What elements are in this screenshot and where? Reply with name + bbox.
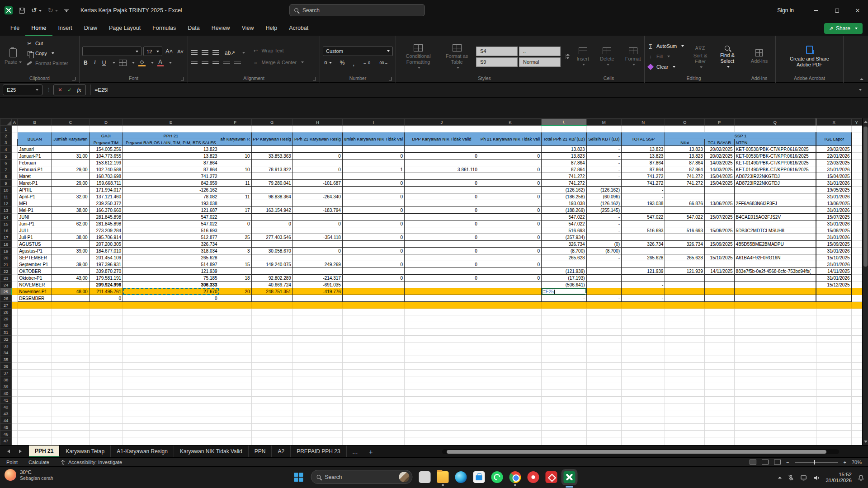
cell-L13[interactable]: (188.269) (542, 207, 586, 214)
redo-button[interactable]: ↻ (48, 6, 58, 14)
cell-Q37[interactable] (734, 370, 816, 376)
cell-B9[interactable]: Maret-P1 (18, 180, 52, 187)
cell-B15[interactable]: Juni-P1 (18, 221, 52, 227)
cell-F24[interactable] (219, 282, 251, 288)
cell-J32[interactable] (405, 336, 479, 343)
cell-H13[interactable]: -183.794 (292, 207, 342, 214)
cell-N30[interactable] (622, 322, 665, 329)
cell-L5[interactable]: 13.823 (542, 153, 586, 160)
cell-K30[interactable] (479, 322, 541, 329)
cell-P10[interactable] (704, 187, 734, 193)
cell-H31[interactable] (292, 329, 342, 336)
cell-A45[interactable] (11, 424, 17, 431)
cell-C11[interactable]: 32,00 (52, 193, 90, 200)
cell-A41[interactable] (11, 397, 17, 404)
col-header-G[interactable]: G (251, 119, 292, 126)
cell-Q35[interactable] (734, 356, 816, 363)
cell-F27[interactable] (219, 302, 251, 309)
style-item-item-1[interactable]: .. (519, 47, 561, 56)
autosum-button[interactable]: ∑AutoSum (647, 42, 684, 51)
cell-H23[interactable]: -214.317 (292, 275, 342, 282)
header-total-ssp[interactable]: TOTAL SSP (622, 132, 665, 146)
cell-K37[interactable] (479, 370, 541, 376)
cell-N7[interactable]: 87.864 (622, 166, 665, 173)
cell-B33[interactable] (18, 343, 52, 349)
cell-L39[interactable] (542, 383, 586, 390)
cell-P39[interactable] (704, 383, 734, 390)
sign-in-button[interactable]: Sign in (770, 0, 801, 21)
cell-Y9[interactable] (851, 180, 862, 187)
cell-H9[interactable]: -101.687 (292, 180, 342, 187)
cell-X31[interactable] (816, 329, 851, 336)
cell-Y19[interactable] (851, 248, 862, 254)
format-painter-button[interactable]: Format Painter (26, 59, 68, 68)
cell-A25[interactable] (11, 288, 17, 295)
cell-H45[interactable] (292, 424, 342, 431)
cell-J25[interactable] (405, 288, 479, 295)
cell-G14[interactable] (251, 214, 292, 221)
cell-L15[interactable]: 547.022 (542, 221, 586, 227)
cell-K16[interactable] (479, 227, 541, 234)
cell-F32[interactable] (219, 336, 251, 343)
cell-O46[interactable] (665, 431, 705, 437)
maximize-button[interactable] (826, 0, 847, 21)
cell-O14[interactable]: 547.022 (665, 214, 705, 221)
paste-button[interactable]: Paste (3, 38, 24, 75)
row-header-3[interactable]: 3 (0, 139, 12, 146)
zoom-out-icon[interactable]: − (786, 460, 789, 465)
cell-F1[interactable] (219, 126, 251, 132)
cell-K14[interactable] (479, 214, 541, 221)
cell-H16[interactable] (292, 227, 342, 234)
cell-Q42[interactable] (734, 404, 816, 410)
cell-F34[interactable] (219, 349, 251, 356)
cell-E37[interactable] (123, 370, 219, 376)
cell-J1[interactable] (405, 126, 479, 132)
cell-X9[interactable]: 31/01/2026 (816, 180, 851, 187)
cell-A19[interactable] (11, 248, 17, 254)
cell-Y42[interactable] (851, 404, 862, 410)
cell-X42[interactable] (816, 404, 851, 410)
cell-Y18[interactable] (851, 241, 862, 248)
cell-G35[interactable] (251, 356, 292, 363)
cell-A1[interactable] (11, 126, 17, 132)
cell-H15[interactable]: 0 (292, 221, 342, 227)
row-header-15[interactable]: 15 (0, 221, 12, 227)
cell-D42[interactable] (89, 404, 123, 410)
cell-Q45[interactable] (734, 424, 816, 431)
cell-A31[interactable] (11, 329, 17, 336)
cell-N35[interactable] (622, 356, 665, 363)
cell-Y24[interactable] (851, 282, 862, 288)
cell-D44[interactable] (89, 417, 123, 424)
cell-D10[interactable]: 171.994.017 (89, 187, 123, 193)
cell-H36[interactable] (292, 363, 342, 370)
cell-I14[interactable] (342, 214, 404, 221)
cell-A35[interactable] (11, 356, 17, 363)
cell-E23[interactable]: 75.185 (123, 275, 219, 282)
cell-G46[interactable] (251, 431, 292, 437)
cell-J5[interactable]: 0 (405, 153, 479, 160)
cell-K17[interactable]: 0 (479, 234, 541, 241)
cell-P5[interactable]: 20/02/2025 (704, 153, 734, 160)
cell-D40[interactable] (89, 390, 123, 397)
cell-C17[interactable]: 38,00 (52, 234, 90, 241)
cell-B46[interactable] (18, 431, 52, 437)
cell-C39[interactable] (52, 383, 90, 390)
cell-L10[interactable]: (126.162) (542, 187, 586, 193)
cell-X47[interactable] (816, 437, 851, 444)
ribbon-tab-review[interactable]: Review (206, 22, 236, 36)
cell-O4[interactable]: 13.823 (665, 146, 705, 153)
cell-H18[interactable] (292, 241, 342, 248)
cell-M16[interactable]: - (586, 227, 621, 234)
cell-M36[interactable] (586, 363, 621, 370)
cell-C29[interactable] (52, 315, 90, 322)
cell-X19[interactable]: 31/01/2026 (816, 248, 851, 254)
cell-G21[interactable]: 149.240.075 (251, 261, 292, 268)
cell-L16[interactable]: 516.693 (542, 227, 586, 234)
cell-F5[interactable]: 10 (219, 153, 251, 160)
cell-O15[interactable] (665, 221, 705, 227)
cell-O34[interactable] (665, 349, 705, 356)
cell-D26[interactable]: 0 (89, 295, 123, 302)
cell-K44[interactable] (479, 417, 541, 424)
cell-O25[interactable] (665, 288, 705, 295)
cell-N9[interactable]: 741.272 (622, 180, 665, 187)
